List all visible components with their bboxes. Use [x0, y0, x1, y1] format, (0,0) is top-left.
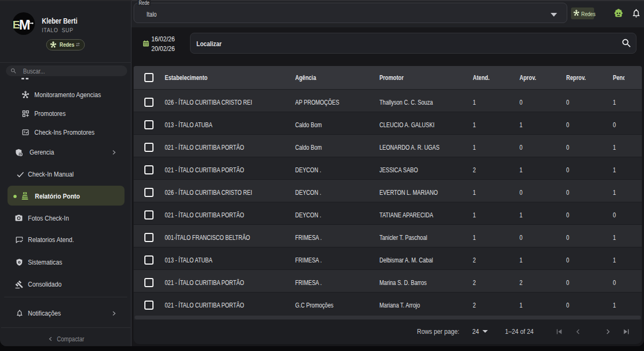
svg-text:M: M	[19, 17, 31, 32]
